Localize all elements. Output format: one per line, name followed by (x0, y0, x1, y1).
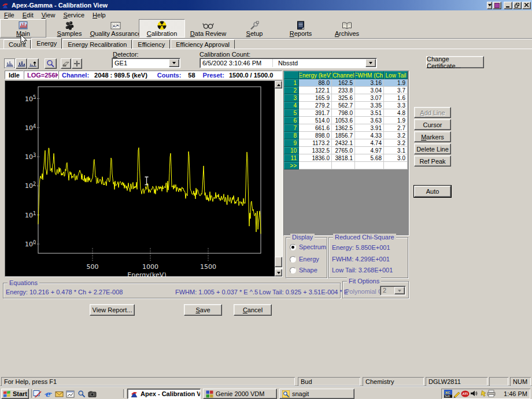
toolbar-button-calibration[interactable]: Calibration (139, 19, 185, 38)
task-button-genie-2000-vdm[interactable]: Genie 2000 VDM (203, 389, 277, 399)
table-cell[interactable]: 122.1 (299, 87, 332, 94)
spectrum-plot[interactable]: 10010110210310410550010001500Energy(keV) (5, 80, 283, 277)
menu-view[interactable]: View (38, 11, 60, 19)
toolbar-button-reports[interactable]: Reports (278, 19, 324, 38)
titlebar-extra-pin-button[interactable] (493, 2, 501, 9)
polynomial-order-dropdown-button[interactable] (394, 287, 405, 294)
toolbar-button-quality-assurance[interactable]: Quality Assurance (93, 19, 139, 38)
table-cell[interactable]: 325.6 (332, 94, 355, 102)
tab-energy-recalibration[interactable]: Energy Recalibration (62, 39, 132, 49)
table-cell[interactable]: 3.0 (384, 154, 408, 162)
table-cell[interactable]: 3818.1 (332, 154, 355, 162)
table-cell[interactable]: 3.2 (384, 139, 408, 147)
detector-dropdown-button[interactable] (169, 59, 179, 67)
tab-efficiency[interactable]: Efficiency (132, 39, 170, 49)
table-cell[interactable]: 514.0 (299, 117, 332, 124)
tab-efficiency-approval[interactable]: Efficiency Approval (171, 39, 235, 49)
table-cell[interactable]: 3.35 (355, 102, 384, 109)
column-header-energy-kev[interactable]: Energy (keV) (299, 71, 332, 79)
row-number[interactable]: 3 (284, 94, 299, 102)
spectrum-expand-button[interactable] (27, 58, 39, 69)
spectrum-peaks-button[interactable] (16, 58, 27, 69)
radio-energy[interactable] (290, 256, 296, 263)
quick-launch-chart-window-icon[interactable] (65, 389, 75, 398)
scroll-up-button[interactable] (275, 81, 282, 88)
auto-button[interactable]: Auto (414, 186, 451, 197)
add-marker-button[interactable] (72, 58, 82, 69)
table-cell[interactable]: 1332.5 (299, 147, 332, 154)
tray-xlsoft-icon[interactable]: XCSoft (444, 389, 452, 398)
table-cell[interactable]: 3.7 (384, 87, 408, 94)
table-cell[interactable]: 3.07 (355, 94, 384, 102)
ref-peak-button[interactable]: Ref Peak (414, 156, 451, 167)
table-cell[interactable]: 4.33 (355, 132, 384, 139)
table-cell[interactable]: 1173.2 (299, 139, 332, 147)
tray-lock-arrow-icon[interactable] (478, 389, 487, 398)
cursor-button[interactable]: Cursor (414, 119, 451, 130)
row-number[interactable]: 9 (284, 139, 299, 147)
table-cell-empty[interactable] (355, 162, 384, 169)
calibration-count-combobox[interactable]: 6/5/2002 3:10:46 PM Nbsstd (200, 58, 377, 68)
quick-launch-mail-icon[interactable] (54, 389, 64, 398)
start-button[interactable]: Start (1, 389, 29, 399)
toolbar-button-samples[interactable]: Samples (46, 19, 93, 38)
table-cell-empty[interactable] (384, 162, 408, 169)
row-number[interactable]: 1 (284, 79, 299, 87)
table-cell[interactable]: 279.2 (299, 102, 332, 109)
row-number[interactable]: 10 (284, 147, 299, 154)
tray-volume-icon[interactable] (470, 389, 478, 398)
table-cell[interactable]: 2765.0 (332, 147, 355, 154)
column-header-fwhm-ch[interactable]: FWHM (Ch) (355, 71, 384, 79)
quick-launch-search-icon[interactable] (76, 389, 86, 398)
task-button-snagit[interactable]: snagit (279, 389, 354, 399)
table-cell[interactable]: 1856.7 (332, 132, 355, 139)
table-cell[interactable]: 162.5 (332, 79, 355, 87)
table-cell[interactable]: 1.9 (384, 117, 408, 124)
menu-edit[interactable]: Edit (19, 11, 38, 19)
menu-file[interactable]: File (0, 11, 19, 19)
tray-ati-icon[interactable]: ATI (461, 389, 470, 398)
row-number[interactable]: 8 (284, 132, 299, 139)
table-cell[interactable]: 3.63 (355, 117, 384, 124)
delete-line-button[interactable]: Delete Line (414, 143, 451, 154)
toolbar-button-setup[interactable]: Setup (231, 19, 278, 38)
polynomial-order-combobox[interactable]: 2 (380, 286, 406, 295)
erase-button[interactable] (61, 58, 71, 69)
table-cell[interactable]: 391.7 (299, 109, 332, 117)
table-cell[interactable]: 1.6 (384, 94, 408, 102)
table-cell[interactable]: 3.91 (355, 124, 384, 132)
table-cell[interactable]: 898.0 (299, 132, 332, 139)
markers-button[interactable]: Markers (414, 131, 451, 142)
radio-spectrum[interactable] (290, 244, 296, 250)
scrollbar-thumb[interactable] (275, 257, 282, 267)
row-number[interactable]: 2 (284, 87, 299, 94)
save-button[interactable]: Save (184, 304, 222, 316)
table-cell-empty[interactable] (332, 162, 355, 169)
table-cell[interactable]: 233.8 (332, 87, 355, 94)
row-number[interactable]: 7 (284, 124, 299, 132)
table-cell[interactable]: 3.3 (384, 102, 408, 109)
scroll-down-button[interactable] (275, 269, 282, 276)
menu-service[interactable]: Service (59, 11, 88, 19)
toolbar-button-archives[interactable]: Archives (324, 19, 370, 38)
task-button-apex-calibration-view[interactable]: Apex - Calibration View (127, 389, 201, 399)
quick-launch-internet-explorer-icon[interactable]: e (43, 389, 53, 398)
table-cell[interactable]: 661.6 (299, 124, 332, 132)
minimize-button[interactable] (504, 2, 512, 9)
table-cell[interactable]: 3.2 (384, 132, 408, 139)
table-cell[interactable]: 1362.5 (332, 124, 355, 132)
table-cell[interactable]: 88.0 (299, 79, 332, 87)
table-cell[interactable]: 165.9 (299, 94, 332, 102)
restore-button[interactable] (513, 2, 522, 9)
toolbar-button-data-review[interactable]: Data Review (185, 19, 231, 38)
table-cell[interactable]: 3.51 (355, 109, 384, 117)
row-number-new[interactable]: >> (284, 162, 299, 169)
taskbar-clock[interactable]: 1:46 PM (504, 390, 527, 397)
row-number[interactable]: 4 (284, 102, 299, 109)
tray-pencil-icon[interactable] (452, 389, 461, 398)
row-number[interactable]: 5 (284, 109, 299, 117)
change-certificate-button[interactable]: Change Certificate... (426, 56, 484, 68)
table-cell[interactable]: 1053.6 (332, 117, 355, 124)
column-header-channel[interactable]: Channel (332, 71, 355, 79)
titlebar-extra-dropdown-button[interactable] (487, 2, 492, 9)
